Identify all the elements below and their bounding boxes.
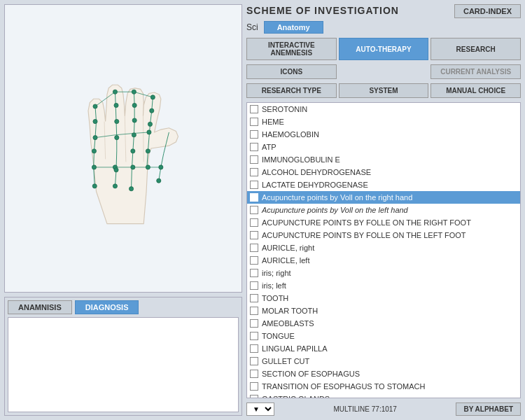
items-list[interactable]: SEROTONINHEMEHAEMOGLOBINATPIMMUNOGLOBULI… [246, 102, 521, 398]
list-item[interactable]: ATP [247, 141, 520, 153]
svg-point-8 [114, 103, 118, 107]
list-checkbox[interactable] [250, 143, 258, 151]
list-item[interactable]: LACTATE DEHYDROGENASE [247, 178, 520, 191]
system-button[interactable]: SYSTEM [339, 83, 429, 98]
list-checkbox[interactable] [250, 281, 258, 290]
research-button[interactable]: RESEARCH [430, 38, 521, 60]
list-item[interactable]: ALCOHOL DEHYDROGENASE [247, 166, 520, 178]
svg-point-18 [147, 130, 151, 134]
list-item[interactable]: ACUPUNCTURE POINTS BY FOLLE ON THE LEFT … [247, 229, 520, 241]
dropdown-select[interactable]: ▼ [246, 402, 274, 416]
list-item[interactable]: TOOTH [247, 292, 520, 304]
list-checkbox[interactable] [250, 168, 258, 176]
svg-point-22 [146, 149, 150, 153]
list-checkbox[interactable] [250, 130, 258, 139]
svg-point-9 [132, 103, 136, 107]
svg-point-30 [129, 187, 133, 191]
diagnosis-tab[interactable]: DIAGNOSIS [75, 300, 139, 314]
svg-point-13 [132, 118, 136, 122]
list-item[interactable]: iris; right [247, 267, 520, 279]
list-checkbox[interactable] [250, 269, 258, 277]
list-item[interactable]: HAEMOGLOBIN [247, 128, 520, 141]
list-checkbox[interactable] [250, 370, 258, 378]
list-checkbox[interactable] [250, 206, 258, 214]
list-checkbox[interactable] [250, 193, 258, 202]
list-checkbox[interactable] [250, 307, 258, 315]
list-item[interactable]: LINGUAL PAPILLA [247, 342, 520, 355]
svg-point-10 [150, 108, 154, 113]
list-checkbox[interactable] [250, 294, 258, 302]
list-item[interactable]: AMEOBLASTS [247, 317, 520, 330]
research-type-button[interactable]: RESEARCH TYPE [246, 83, 337, 98]
svg-point-14 [148, 122, 152, 126]
svg-point-7 [93, 119, 97, 123]
list-item[interactable]: GULLET CUT [247, 355, 520, 368]
hand-image-box [4, 4, 242, 293]
list-item[interactable]: AURICLE, left [247, 254, 520, 267]
svg-point-12 [115, 119, 119, 123]
card-index-button[interactable]: CARD-INDEX [454, 4, 521, 18]
manual-choice-button[interactable]: MANUAL CHOICE [430, 83, 521, 98]
list-item[interactable]: TONGUE [247, 330, 520, 342]
svg-point-16 [115, 136, 119, 140]
svg-point-27 [146, 165, 150, 169]
svg-point-23 [159, 165, 163, 169]
nav-row-2: ICONS CURRENT ANALYSIS [246, 64, 521, 79]
svg-point-3 [93, 104, 97, 108]
list-item[interactable]: SEROTONIN [247, 103, 520, 115]
auto-therapy-button[interactable]: AUTO-THERAPY [339, 38, 429, 60]
svg-point-15 [92, 149, 96, 153]
list-item[interactable]: iris; left [247, 279, 520, 292]
interactive-anemnesis-button[interactable]: INTERACTIVE ANEMNESIS [246, 38, 337, 60]
list-checkbox[interactable] [250, 105, 258, 113]
list-item[interactable]: Acupuncture points by Voll on the right … [247, 191, 520, 204]
left-panel: ANAMNISIS DIAGNOSIS [4, 4, 242, 416]
current-analysis-button[interactable]: CURRENT ANALYSIS [430, 64, 521, 79]
diagnosis-content [8, 317, 239, 412]
list-item[interactable]: GASTRIC GLANDS [247, 393, 520, 398]
sci-label: Sci [246, 22, 258, 32]
svg-point-25 [114, 168, 118, 172]
anatomy-button[interactable]: Anatomy [264, 21, 323, 34]
list-item[interactable]: TRANSITION OF ESOPHAGUS TO STOMACH [247, 380, 520, 393]
list-checkbox[interactable] [250, 357, 258, 365]
list-checkbox[interactable] [250, 155, 258, 164]
list-item[interactable]: Acupuncture points by Voll on the left h… [247, 204, 520, 216]
icons-button[interactable]: ICONS [246, 64, 337, 79]
list-checkbox[interactable] [250, 118, 258, 126]
list-item[interactable]: IMMUNOGLOBULIN E [247, 153, 520, 166]
nav-row-1: INTERACTIVE ANEMNESIS AUTO-THERAPY RESEA… [246, 38, 521, 60]
list-checkbox[interactable] [250, 382, 258, 391]
svg-point-4 [113, 90, 117, 94]
list-item[interactable]: MOLAR TOOTH [247, 304, 520, 317]
tab-row: ANAMNISIS DIAGNOSIS [5, 298, 241, 314]
anamnisis-tab[interactable]: ANAMNISIS [8, 300, 72, 314]
list-checkbox[interactable] [250, 319, 258, 328]
svg-point-17 [132, 133, 136, 137]
list-item[interactable]: ACUPUNCTURE POINTS BY FOLLE ON THE RIGHT… [247, 216, 520, 229]
list-checkbox[interactable] [250, 231, 258, 239]
list-checkbox[interactable] [250, 332, 258, 340]
list-checkbox[interactable] [250, 181, 258, 189]
list-checkbox[interactable] [250, 244, 258, 252]
svg-point-21 [131, 149, 135, 153]
svg-point-29 [113, 184, 117, 188]
list-item[interactable]: HEME [247, 115, 520, 128]
svg-point-26 [131, 165, 135, 169]
hand-diagram [53, 50, 193, 246]
list-checkbox[interactable] [250, 344, 258, 353]
multiline-label: MULTILINE 77:1017 [277, 405, 453, 413]
list-item[interactable]: SECTION OF ESOPHAGUS [247, 368, 520, 380]
by-alphabet-button[interactable]: BY ALPHABET [456, 402, 521, 416]
svg-point-11 [93, 136, 97, 140]
svg-point-24 [92, 184, 97, 188]
list-checkbox[interactable] [250, 218, 258, 227]
list-checkbox[interactable] [250, 256, 258, 265]
bottom-left-panel: ANAMNISIS DIAGNOSIS [4, 297, 242, 416]
svg-point-5 [132, 90, 136, 94]
list-checkbox[interactable] [250, 395, 258, 398]
list-item[interactable]: AURICLE, right [247, 241, 520, 254]
scheme-title: SCHEME OF INVESTIGATION [246, 5, 399, 16]
svg-point-28 [157, 178, 161, 183]
top-bar: Sci Anatomy [246, 21, 521, 34]
